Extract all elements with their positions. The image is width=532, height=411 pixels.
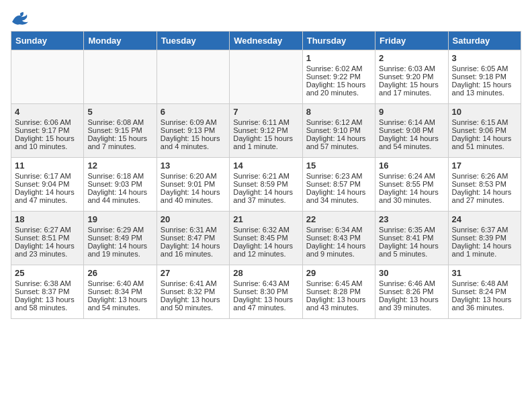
day-info: and 13 minutes.	[452, 89, 517, 97]
day-info: Daylight: 14 hours	[452, 242, 517, 250]
day-info: Daylight: 15 hours	[306, 81, 371, 89]
day-info: Sunset: 9:12 PM	[233, 126, 298, 134]
day-info: and 44 minutes.	[87, 196, 152, 204]
day-info: and 5 minutes.	[379, 250, 444, 258]
calendar-cell: 14Sunrise: 6:21 AMSunset: 8:59 PMDayligh…	[230, 158, 302, 212]
day-info: and 39 minutes.	[379, 304, 444, 312]
day-info: and 51 minutes.	[452, 142, 517, 150]
day-info: Sunrise: 6:12 AM	[306, 118, 371, 126]
day-info: Sunrise: 6:14 AM	[379, 118, 444, 126]
day-info: Sunset: 8:43 PM	[306, 234, 371, 242]
day-number: 16	[379, 161, 444, 171]
day-info: and 54 minutes.	[87, 304, 152, 312]
day-info: Daylight: 15 hours	[452, 81, 517, 89]
day-info: Sunset: 9:04 PM	[15, 180, 80, 188]
day-info: Sunset: 8:53 PM	[452, 180, 517, 188]
calendar-header-row: SundayMondayTuesdayWednesdayThursdayFrid…	[11, 32, 521, 50]
day-info: Sunset: 9:10 PM	[306, 126, 371, 134]
day-number: 15	[306, 161, 371, 171]
calendar-week-row: 11Sunrise: 6:17 AMSunset: 9:04 PMDayligh…	[11, 158, 521, 212]
day-info: Sunset: 9:01 PM	[161, 180, 226, 188]
day-info: Sunset: 8:59 PM	[233, 180, 298, 188]
day-info: Sunset: 8:28 PM	[306, 287, 371, 295]
day-info: Sunset: 8:41 PM	[379, 234, 444, 242]
day-info: Sunrise: 6:23 AM	[306, 172, 371, 180]
day-info: and 54 minutes.	[379, 142, 444, 150]
day-info: and 1 minute.	[233, 142, 298, 150]
day-info: and 37 minutes.	[233, 196, 298, 204]
day-info: Daylight: 13 hours	[87, 295, 152, 304]
day-info: Sunset: 9:18 PM	[452, 73, 517, 81]
day-info: Sunrise: 6:18 AM	[87, 172, 152, 180]
day-info: Sunset: 9:22 PM	[306, 73, 371, 81]
calendar-cell: 16Sunrise: 6:24 AMSunset: 8:55 PMDayligh…	[375, 158, 448, 212]
day-number: 25	[15, 268, 80, 278]
day-info: Sunrise: 6:26 AM	[452, 172, 517, 180]
day-info: Sunset: 9:13 PM	[161, 126, 226, 134]
day-info: Sunrise: 6:17 AM	[15, 172, 80, 180]
calendar-cell: 13Sunrise: 6:20 AMSunset: 9:01 PMDayligh…	[157, 158, 229, 212]
calendar-cell: 12Sunrise: 6:18 AMSunset: 9:03 PMDayligh…	[84, 158, 157, 212]
calendar-cell	[157, 50, 229, 104]
day-info: and 47 minutes.	[15, 196, 80, 204]
logo	[11, 11, 32, 26]
day-number: 30	[379, 268, 444, 278]
day-info: Sunrise: 6:05 AM	[452, 64, 517, 73]
calendar-week-row: 18Sunrise: 6:27 AMSunset: 8:51 PMDayligh…	[11, 212, 521, 265]
calendar-cell: 5Sunrise: 6:08 AMSunset: 9:15 PMDaylight…	[84, 104, 157, 158]
calendar-cell: 27Sunrise: 6:41 AMSunset: 8:32 PMDayligh…	[157, 265, 229, 319]
day-info: Sunrise: 6:21 AM	[233, 172, 298, 180]
day-info: Sunset: 8:39 PM	[452, 234, 517, 242]
day-info: and 9 minutes.	[306, 250, 371, 258]
day-info: and 23 minutes.	[15, 250, 80, 258]
day-info: Daylight: 15 hours	[379, 81, 444, 89]
day-info: Sunset: 9:08 PM	[379, 126, 444, 134]
calendar-cell: 20Sunrise: 6:31 AMSunset: 8:47 PMDayligh…	[157, 212, 229, 265]
day-info: Sunset: 8:34 PM	[87, 287, 152, 295]
calendar-cell: 31Sunrise: 6:48 AMSunset: 8:24 PMDayligh…	[448, 265, 521, 319]
col-header-saturday: Saturday	[448, 32, 521, 50]
day-number: 14	[233, 161, 298, 171]
calendar-cell: 30Sunrise: 6:46 AMSunset: 8:26 PMDayligh…	[375, 265, 448, 319]
day-info: Daylight: 14 hours	[306, 134, 371, 142]
col-header-friday: Friday	[375, 32, 448, 50]
day-number: 21	[233, 214, 298, 224]
calendar-cell: 17Sunrise: 6:26 AMSunset: 8:53 PMDayligh…	[448, 158, 521, 212]
day-info: Sunrise: 6:48 AM	[452, 279, 517, 287]
calendar-cell: 11Sunrise: 6:17 AMSunset: 9:04 PMDayligh…	[11, 158, 84, 212]
day-info: Sunset: 8:57 PM	[306, 180, 371, 188]
day-info: and 40 minutes.	[161, 196, 226, 204]
day-number: 1	[306, 53, 371, 63]
day-info: Daylight: 13 hours	[306, 295, 371, 304]
day-info: Daylight: 14 hours	[379, 242, 444, 250]
calendar-cell: 6Sunrise: 6:09 AMSunset: 9:13 PMDaylight…	[157, 104, 229, 158]
day-number: 26	[87, 268, 152, 278]
day-info: Daylight: 14 hours	[306, 242, 371, 250]
day-info: Sunset: 9:20 PM	[379, 73, 444, 81]
day-number: 7	[233, 107, 298, 117]
col-header-sunday: Sunday	[11, 32, 84, 50]
logo-bird-icon	[11, 11, 30, 26]
day-info: Sunrise: 6:15 AM	[452, 118, 517, 126]
day-info: Sunrise: 6:20 AM	[161, 172, 226, 180]
col-header-monday: Monday	[84, 32, 157, 50]
day-info: Sunset: 8:24 PM	[452, 287, 517, 295]
day-info: Sunset: 8:55 PM	[379, 180, 444, 188]
day-info: Sunset: 8:47 PM	[161, 234, 226, 242]
col-header-tuesday: Tuesday	[157, 32, 229, 50]
day-info: and 1 minute.	[452, 250, 517, 258]
day-info: and 58 minutes.	[15, 304, 80, 312]
day-info: and 57 minutes.	[306, 142, 371, 150]
day-number: 9	[379, 107, 444, 117]
calendar-cell	[230, 50, 302, 104]
day-info: Daylight: 14 hours	[15, 188, 80, 196]
day-number: 4	[15, 107, 80, 117]
calendar-cell: 8Sunrise: 6:12 AMSunset: 9:10 PMDaylight…	[302, 104, 375, 158]
day-info: and 16 minutes.	[161, 250, 226, 258]
day-info: Sunset: 9:17 PM	[15, 126, 80, 134]
day-info: Daylight: 14 hours	[452, 134, 517, 142]
day-number: 12	[87, 161, 152, 171]
day-number: 13	[161, 161, 226, 171]
day-info: Sunset: 8:32 PM	[161, 287, 226, 295]
calendar-cell: 28Sunrise: 6:43 AMSunset: 8:30 PMDayligh…	[230, 265, 302, 319]
